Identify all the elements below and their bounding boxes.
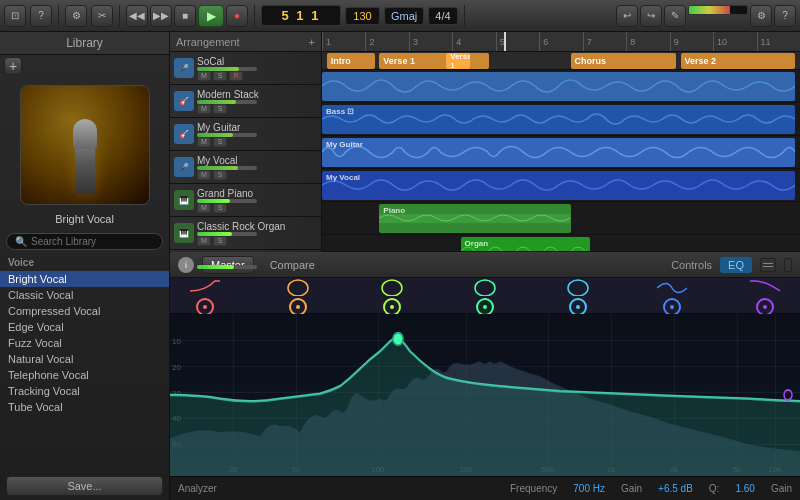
track-fader-grand-piano[interactable] <box>197 199 257 203</box>
audio-block-piano[interactable]: Piano <box>379 204 570 233</box>
eq-collapse-button[interactable] <box>784 258 792 272</box>
voice-item-bright-vocal[interactable]: Bright Vocal <box>0 271 169 287</box>
svg-point-1 <box>288 280 308 296</box>
voice-section-label: Voice <box>0 254 169 271</box>
voice-item-natural-vocal[interactable]: Natural Vocal <box>0 351 169 367</box>
eq-node-4[interactable] <box>476 298 494 316</box>
track-name-my-vocal: My Vocal <box>197 155 317 166</box>
eq-node-7[interactable] <box>756 298 774 316</box>
track-solo-grand-piano[interactable]: S <box>213 203 227 213</box>
track-fader-strings[interactable] <box>197 265 257 269</box>
section-verse1[interactable]: Verse 1 <box>379 53 489 69</box>
ruler-mark-11: 11 <box>757 32 800 51</box>
track-solo-socaln[interactable]: S <box>213 71 227 81</box>
track-lane-my-guitar: My Guitar <box>322 136 800 169</box>
section-chorus[interactable]: Chorus <box>571 53 676 69</box>
track-headers: Arrangement + 🎤 SoCal M S R <box>170 32 322 251</box>
search-input[interactable] <box>31 236 154 247</box>
icon-btn-1[interactable]: ⊡ <box>4 5 26 27</box>
eq-node-2[interactable] <box>289 298 307 316</box>
eq-node-bell3-shape <box>470 276 500 296</box>
eq-node-1[interactable] <box>196 298 214 316</box>
track-mute-my-guitar[interactable]: M <box>197 137 211 147</box>
audio-block-socaln[interactable] <box>322 72 795 101</box>
icon-btn-2[interactable]: ? <box>30 5 52 27</box>
voice-item-compressed-vocal[interactable]: Compressed Vocal <box>0 303 169 319</box>
settings-button[interactable]: ⚙ <box>750 5 772 27</box>
eq-node-6[interactable] <box>663 298 681 316</box>
track-mute-modern-stack[interactable]: M <box>197 104 211 114</box>
eq-node-3[interactable] <box>383 298 401 316</box>
section-labels: Intro Verse 1 Verse 1 Chorus Verse 2 <box>322 52 800 70</box>
track-solo-my-guitar[interactable]: S <box>213 137 227 147</box>
voice-item-classic-vocal[interactable]: Classic Vocal <box>0 287 169 303</box>
track-mute-rock-organ[interactable]: M <box>197 236 211 246</box>
ruler-mark-7: 7 <box>583 32 626 51</box>
track-mute-socaln[interactable]: M <box>197 71 211 81</box>
redo-button[interactable]: ↪ <box>640 5 662 27</box>
section-verse2[interactable]: Verse 2 <box>681 53 796 69</box>
track-fader-my-guitar[interactable] <box>197 133 257 137</box>
audio-block-organ[interactable]: Organ <box>461 237 590 251</box>
voice-item-edge-vocal[interactable]: Edge Vocal <box>0 319 169 335</box>
play-button[interactable]: ▶ <box>198 5 224 27</box>
stop-button[interactable]: ■ <box>174 5 196 27</box>
arrangement-content: 1 2 3 4 5 6 7 8 9 10 11 <box>322 32 800 251</box>
voice-item-fuzz-vocal[interactable]: Fuzz Vocal <box>0 335 169 351</box>
search-bar[interactable]: 🔍 <box>6 233 163 250</box>
help-button[interactable]: ? <box>774 5 796 27</box>
eq-node-bell2-shape <box>377 276 407 296</box>
track-icon-my-vocal: 🎤 <box>174 157 194 177</box>
rewind-button[interactable]: ◀◀ <box>126 5 148 27</box>
track-solo-rock-organ[interactable]: S <box>213 236 227 246</box>
track-rec-socaln[interactable]: R <box>229 71 243 81</box>
track-mute-grand-piano[interactable]: M <box>197 203 211 213</box>
forward-button[interactable]: ▶▶ <box>150 5 172 27</box>
voice-item-tracking-vocal[interactable]: Tracking Vocal <box>0 383 169 399</box>
track-solo-my-vocal[interactable]: S <box>213 170 227 180</box>
vocal-image <box>20 85 150 205</box>
edit-button[interactable]: ✎ <box>664 5 686 27</box>
track-lane-socaln <box>322 70 800 103</box>
eq-node-lp-shape <box>750 276 780 296</box>
sidebar-title: Library <box>0 32 169 55</box>
undo-button[interactable]: ↩ <box>616 5 638 27</box>
save-button[interactable]: Save... <box>6 476 163 496</box>
icon-btn-3[interactable]: ⚙ <box>65 5 87 27</box>
track-fader-my-vocal[interactable] <box>197 166 257 170</box>
eq-node-5[interactable] <box>569 298 587 316</box>
record-button[interactable]: ● <box>226 5 248 27</box>
section-verse1b[interactable]: Verse 1 <box>446 53 470 69</box>
track-solo-modern-stack[interactable]: S <box>213 104 227 114</box>
audio-block-bass[interactable]: Bass ⊡ <box>322 105 795 134</box>
track-fader-rock-organ[interactable] <box>197 232 257 236</box>
eq-q-label: Q: <box>709 483 720 494</box>
eq-compare-tab[interactable]: Compare <box>262 257 323 273</box>
track-fader-modern-stack[interactable] <box>197 100 257 104</box>
time-display: 5 1 1 <box>261 5 341 26</box>
track-name-rock-organ: Classic Rock Organ <box>197 221 317 232</box>
eq-eq-tab[interactable]: EQ <box>720 257 752 273</box>
add-track-icon[interactable]: + <box>309 36 315 48</box>
audio-block-my-vocal[interactable]: My Vocal <box>322 171 795 200</box>
track-header-grand-piano: 🎹 Grand Piano M S <box>170 184 321 217</box>
voice-item-telephone-vocal[interactable]: Telephone Vocal <box>0 367 169 383</box>
eq-node-bell5-shape <box>657 276 687 296</box>
add-button[interactable]: + <box>4 57 22 75</box>
search-icon: 🔍 <box>15 236 27 247</box>
voice-item-tube-vocal[interactable]: Tube Vocal <box>0 399 169 415</box>
eq-menu-button[interactable] <box>760 258 776 272</box>
eq-footer: Analyzer Frequency 700 Hz Gain +6.5 dB Q… <box>170 476 800 500</box>
ruler-mark-3: 3 <box>409 32 452 51</box>
eq-canvas[interactable]: 10 20 30 40 50 20 50 100 200 500 1k 2k 5… <box>170 314 800 476</box>
vocal-name: Bright Vocal <box>0 213 169 225</box>
key-display: Gmaj <box>384 7 424 25</box>
section-intro[interactable]: Intro <box>327 53 375 69</box>
audio-block-my-guitar[interactable]: My Guitar <box>322 138 795 167</box>
main-content: Library + Bright Vocal 🔍 Voice Bright Vo… <box>0 32 800 500</box>
track-mute-my-vocal[interactable]: M <box>197 170 211 180</box>
icon-btn-4[interactable]: ✂ <box>91 5 113 27</box>
track-fader-socaln[interactable] <box>197 67 257 71</box>
arrangement-title: Arrangement <box>176 36 240 48</box>
track-lane-my-vocal: My Vocal <box>322 169 800 202</box>
